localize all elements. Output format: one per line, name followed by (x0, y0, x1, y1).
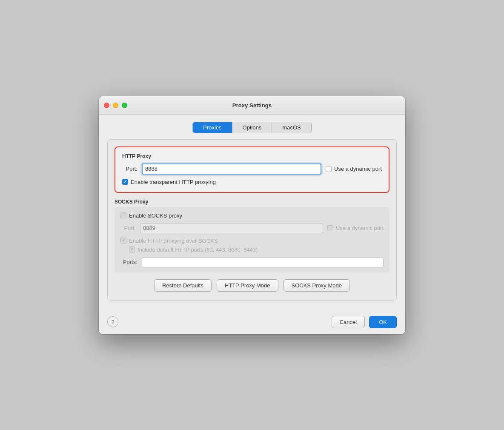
default-ports-text: Include default HTTP ports (80, 443, 808… (137, 247, 258, 253)
http-dynamic-port-checkbox[interactable] (326, 166, 332, 172)
restore-defaults-button[interactable]: Restore Defaults (154, 279, 212, 292)
content-area: HTTP Proxy Port: Use a dynamic port Enab… (107, 139, 397, 301)
http-proxy-mode-button[interactable]: HTTP Proxy Mode (217, 279, 278, 292)
socks-dynamic-port-label: Use a dynamic port (336, 225, 384, 231)
default-ports-checkbox[interactable] (129, 247, 135, 252)
transparent-proxy-checkbox[interactable] (122, 179, 128, 185)
socks-ports-row: Ports: (120, 257, 384, 267)
cancel-button[interactable]: Cancel (332, 316, 365, 328)
http-over-socks-checkbox[interactable] (120, 238, 126, 244)
tabs: Proxies Options macOS (192, 122, 312, 133)
http-over-socks-label[interactable]: Enable HTTP proxying over SOCKS (120, 238, 384, 244)
title-bar: Proxy Settings (99, 96, 405, 115)
http-port-row: Port: Use a dynamic port (122, 163, 382, 175)
close-button[interactable] (104, 103, 109, 108)
socks-port-row: Port: Use a dynamic port (120, 223, 384, 233)
socks-ports-label: Ports: (120, 259, 137, 265)
socks-proxy-outer: SOCKS Proxy Enable SOCKS proxy Port: Use… (115, 199, 389, 272)
http-dynamic-port-row: Use a dynamic port (326, 166, 382, 172)
enable-socks-label[interactable]: Enable SOCKS proxy (120, 212, 384, 219)
ok-button[interactable]: OK (369, 316, 397, 328)
socks-proxy-title: SOCKS Proxy (115, 199, 389, 205)
bottom-bar: ? Cancel OK (99, 309, 405, 334)
http-port-input[interactable] (142, 163, 321, 175)
socks-ports-input[interactable] (142, 257, 384, 267)
minimize-button[interactable] (113, 103, 118, 108)
window-body: Proxies Options macOS HTTP Proxy Port: U… (99, 115, 405, 309)
socks-proxy-mode-button[interactable]: SOCKS Proxy Mode (284, 279, 350, 292)
enable-socks-text: Enable SOCKS proxy (129, 212, 182, 219)
help-button[interactable]: ? (107, 316, 118, 327)
action-buttons: Restore Defaults HTTP Proxy Mode SOCKS P… (115, 279, 389, 292)
http-proxy-title: HTTP Proxy (122, 153, 382, 159)
http-dynamic-port-label: Use a dynamic port (334, 166, 382, 172)
maximize-button[interactable] (122, 103, 127, 108)
tabs-container: Proxies Options macOS (107, 122, 397, 133)
transparent-proxy-label[interactable]: Enable transparent HTTP proxying (122, 179, 382, 185)
proxy-settings-window: Proxy Settings Proxies Options macOS HTT… (99, 96, 405, 334)
socks-proxy-inner: Enable SOCKS proxy Port: Use a dynamic p… (115, 207, 389, 272)
socks-port-input[interactable] (140, 223, 323, 233)
traffic-lights (104, 103, 127, 108)
socks-port-label: Port: (120, 225, 136, 231)
tab-options[interactable]: Options (232, 122, 272, 133)
default-ports-label[interactable]: Include default HTTP ports (80, 443, 808… (129, 247, 384, 253)
http-port-label: Port: (122, 166, 137, 172)
bottom-right-buttons: Cancel OK (332, 316, 397, 328)
tab-proxies[interactable]: Proxies (193, 122, 232, 133)
tab-macos[interactable]: macOS (272, 122, 311, 133)
http-proxy-section: HTTP Proxy Port: Use a dynamic port Enab… (115, 146, 389, 193)
http-over-socks-text: Enable HTTP proxying over SOCKS (129, 238, 218, 244)
socks-dynamic-port-checkbox[interactable] (327, 225, 333, 231)
window-title: Proxy Settings (232, 102, 272, 109)
transparent-proxy-text: Enable transparent HTTP proxying (131, 179, 216, 185)
enable-socks-checkbox[interactable] (120, 212, 126, 218)
